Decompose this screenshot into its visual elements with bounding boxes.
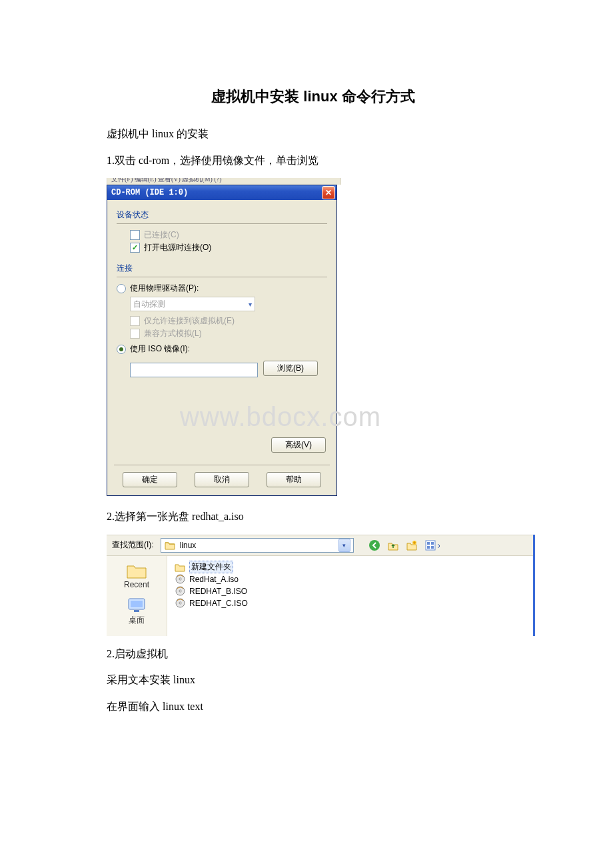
checkbox-legacy-emulation (130, 329, 140, 339)
lookin-value: linux (180, 541, 197, 550)
paragraph-6: 在界面输入 linux text (107, 698, 520, 715)
svg-rect-9 (134, 610, 139, 612)
label-legacy-emulation: 兼容方式模拟(L) (144, 328, 202, 339)
up-folder-icon[interactable] (387, 539, 399, 551)
advanced-button[interactable]: 高级(V) (271, 437, 326, 453)
file-open-dialog: 查找范围(I): linux ▾ (107, 535, 535, 636)
paragraph-4: 2.启动虚拟机 (107, 645, 520, 663)
radio-physical-drive[interactable] (117, 284, 126, 293)
svg-rect-5 (427, 546, 430, 549)
list-item[interactable]: REDHAT_B.ISO (174, 585, 526, 597)
radio-use-iso[interactable] (117, 345, 126, 354)
chevron-down-icon: ▾ (338, 539, 350, 552)
svg-rect-6 (431, 546, 434, 549)
paragraph-5: 采用文本安装 linux (107, 671, 520, 689)
chevron-down-icon: ▾ (249, 301, 252, 308)
combo-auto-detect[interactable]: 自动探测 ▾ (130, 297, 255, 311)
place-recent[interactable]: Recent (124, 561, 149, 589)
help-button[interactable]: 帮助 (267, 472, 321, 487)
divider (117, 223, 327, 224)
disc-icon (174, 597, 186, 609)
label-connect-at-poweron: 打开电源时连接(O) (144, 242, 211, 253)
desktop-icon (125, 596, 148, 615)
folder-icon (174, 561, 186, 573)
place-desktop[interactable]: 桌面 (125, 596, 148, 626)
ok-button[interactable]: 确定 (123, 472, 177, 487)
combo-value: 自动探测 (133, 299, 165, 310)
new-folder-icon[interactable] (406, 539, 418, 551)
close-button[interactable]: ✕ (322, 186, 335, 199)
svg-point-0 (369, 540, 380, 551)
svg-rect-3 (427, 542, 430, 545)
cancel-button[interactable]: 取消 (195, 472, 249, 487)
svg-point-15 (179, 602, 181, 604)
place-label: Recent (124, 580, 149, 589)
vm-menubar-fragment: 文件(F) 编辑(E) 查看(V) 虚拟机(M) (?) (107, 178, 341, 185)
list-item[interactable]: RedHat_A.iso (174, 573, 526, 585)
lookin-label: 查找范围(I): (112, 539, 154, 551)
svg-point-13 (179, 590, 181, 592)
section-connection: 连接 (117, 263, 327, 274)
svg-point-11 (179, 578, 181, 580)
file-name: RedHat_A.iso (189, 575, 239, 584)
close-icon: ✕ (325, 188, 332, 197)
label-only-this-vm: 仅允许连接到该虚拟机(E) (144, 315, 235, 327)
folder-open-icon (164, 539, 176, 551)
svg-rect-4 (431, 542, 434, 545)
page-title: 虚拟机中安装 linux 命令行方式 (107, 87, 520, 107)
file-name: REDHAT_B.ISO (189, 587, 247, 596)
disc-icon (174, 573, 186, 585)
disc-icon (174, 585, 186, 597)
label-connected: 已连接(C) (144, 229, 179, 241)
folder-icon (125, 561, 148, 580)
views-icon[interactable] (424, 539, 442, 551)
paragraph-1: 虚拟机中 linux 的安装 (107, 125, 520, 143)
places-bar: Recent 桌面 (107, 556, 167, 636)
label-use-iso: 使用 ISO 镜像(I): (130, 343, 190, 355)
place-label: 桌面 (129, 615, 145, 626)
paragraph-3: 2.选择第一张光盘 redhat_a.iso (107, 508, 520, 525)
browse-button[interactable]: 浏览(B) (263, 361, 318, 376)
section-device-status: 设备状态 (117, 209, 327, 221)
checkbox-only-this-vm (130, 316, 140, 326)
back-icon[interactable] (368, 539, 380, 551)
list-item[interactable]: 新建文件夹 (174, 561, 526, 573)
paragraph-2: 1.双击 cd-rom，选择使用镜像文件，单击浏览 (107, 152, 520, 169)
checkbox-connected[interactable] (130, 230, 140, 240)
file-name: REDHAT_C.ISO (189, 599, 248, 608)
divider (117, 277, 327, 277)
dialog-title: CD-ROM (IDE 1:0) (111, 188, 188, 197)
svg-rect-8 (131, 601, 143, 607)
checkbox-connect-at-poweron[interactable]: ✓ (130, 243, 140, 253)
iso-path-input[interactable] (130, 363, 258, 377)
file-name-selected: 新建文件夹 (189, 561, 233, 573)
cdrom-dialog: CD-ROM (IDE 1:0) ✕ 设备状态 已连接(C) ✓ (107, 185, 337, 496)
lookin-combo[interactable]: linux ▾ (161, 538, 354, 553)
label-physical-drive: 使用物理驱动器(P): (130, 283, 199, 294)
list-item[interactable]: REDHAT_C.ISO (174, 597, 526, 609)
